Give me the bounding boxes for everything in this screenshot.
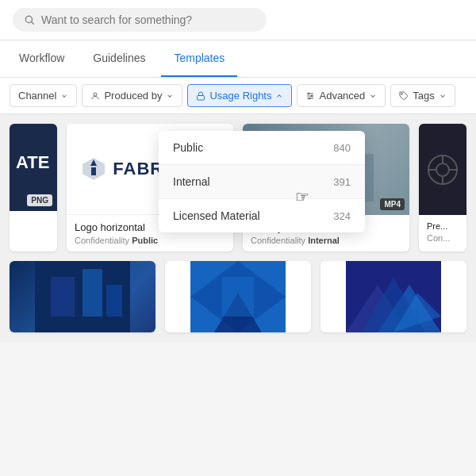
- svg-point-7: [308, 93, 309, 94]
- bottom-asset-1[interactable]: [10, 261, 155, 332]
- produced-by-label: Produced by: [104, 90, 162, 102]
- svg-rect-31: [83, 269, 102, 317]
- dropdown-item-label: Internal: [173, 175, 210, 188]
- asset-badge: MP4: [380, 198, 405, 210]
- bottom-asset-2[interactable]: [165, 261, 311, 332]
- asset-meta: Confidentiality Internal: [251, 236, 401, 245]
- chevron-up-icon: [275, 92, 283, 100]
- wheel-icon: [427, 154, 459, 186]
- lock-icon: [196, 91, 205, 101]
- person-icon: [90, 91, 100, 101]
- asset-name: Pre...: [427, 221, 459, 231]
- svg-point-8: [311, 95, 313, 97]
- asset-card-partial-left[interactable]: ATE PNG: [10, 124, 57, 251]
- abstract-art-2: [165, 261, 311, 332]
- svg-point-2: [94, 93, 97, 96]
- filter-channel[interactable]: Channel: [10, 84, 77, 107]
- svg-rect-30: [51, 277, 75, 317]
- filter-bar: Channel Produced by Usage Rights Advance…: [0, 78, 476, 114]
- chevron-down-icon: [369, 92, 377, 100]
- fabricate-icon: [81, 156, 106, 182]
- filter-usage-rights[interactable]: Usage Rights: [187, 84, 292, 107]
- svg-point-9: [309, 98, 310, 99]
- dropdown-item-internal[interactable]: Internal 391: [159, 165, 365, 199]
- svg-rect-36: [222, 277, 254, 317]
- tag-icon: [399, 91, 409, 101]
- filter-produced-by[interactable]: Produced by: [82, 84, 182, 107]
- chevron-down-icon: [439, 92, 447, 100]
- nav-tabs: Workflow Guidelines Templates: [0, 40, 476, 78]
- channel-label: Channel: [18, 90, 56, 102]
- asset-meta: Con...: [427, 233, 459, 243]
- dropdown-item-count: 324: [333, 210, 351, 222]
- search-wrapper: [13, 8, 267, 32]
- chevron-down-icon: [60, 92, 68, 100]
- svg-rect-32: [106, 285, 122, 317]
- svg-point-10: [401, 93, 403, 94]
- search-bar: [0, 0, 476, 40]
- tab-guidelines[interactable]: Guidelines: [80, 40, 158, 77]
- asset-meta: Confidentiality Public: [75, 236, 225, 245]
- dropdown-item-count: 391: [333, 176, 351, 188]
- search-input[interactable]: [41, 13, 255, 26]
- tags-label: Tags: [413, 90, 434, 102]
- filter-advanced[interactable]: Advanced: [297, 84, 386, 107]
- filter-tags[interactable]: Tags: [390, 84, 455, 107]
- svg-line-1: [32, 22, 34, 25]
- dropdown-item-licensed[interactable]: Licensed Material 324: [159, 199, 365, 232]
- svg-rect-13: [91, 167, 96, 175]
- bottom-grid: [0, 261, 476, 342]
- dropdown-item-label: Licensed Material: [173, 209, 260, 222]
- tab-workflow[interactable]: Workflow: [6, 40, 77, 77]
- advanced-label: Advanced: [319, 90, 365, 102]
- dropdown-item-public[interactable]: Public 840: [159, 131, 365, 165]
- svg-rect-3: [198, 95, 205, 100]
- dropdown-item-label: Public: [173, 141, 203, 154]
- bottom-asset-3[interactable]: [321, 261, 466, 332]
- svg-point-0: [25, 16, 32, 22]
- dropdown-item-count: 840: [333, 142, 351, 154]
- usage-rights-dropdown: Public 840 Internal 391 Licensed Materia…: [159, 131, 365, 232]
- search-icon: [24, 14, 35, 25]
- asset-card-partial-right[interactable]: Pre... Con...: [419, 124, 466, 251]
- abstract-art-1: [10, 261, 155, 332]
- sliders-icon: [305, 91, 315, 101]
- chevron-down-icon: [166, 92, 174, 100]
- asset-badge: PNG: [27, 194, 52, 206]
- usage-rights-label: Usage Rights: [209, 90, 271, 102]
- tab-templates[interactable]: Templates: [161, 40, 237, 77]
- svg-point-24: [436, 163, 449, 176]
- abstract-art-3: [321, 261, 466, 332]
